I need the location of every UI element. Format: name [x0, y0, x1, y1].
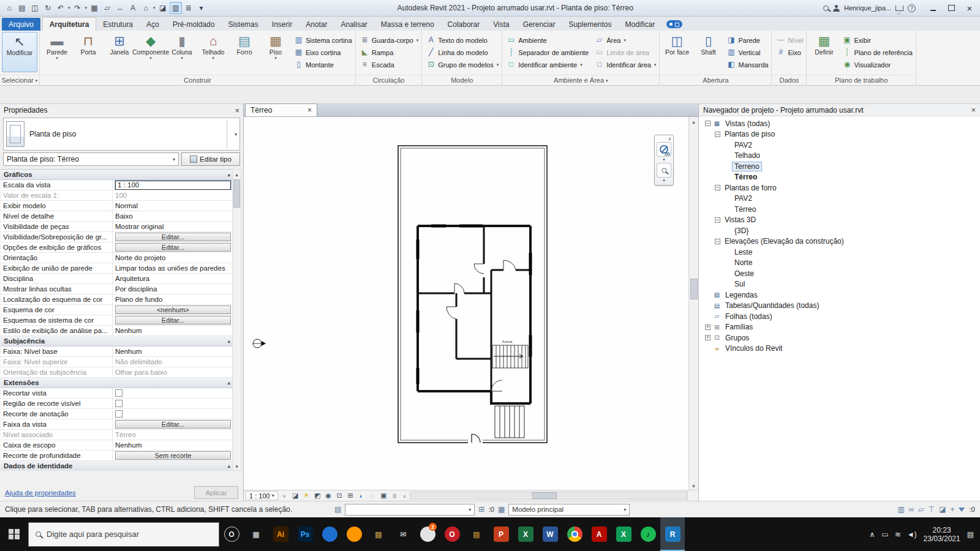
ribbon-tab-massa-e-terreno[interactable]: Massa e terreno: [374, 18, 441, 31]
taskbar-app-firefox[interactable]: [342, 517, 366, 551]
view-tab-close-icon[interactable]: [307, 106, 312, 114]
ribbon-tab-vista[interactable]: Vista: [486, 18, 516, 31]
ribbon-tab-analisar[interactable]: Analisar: [334, 18, 374, 31]
section-icon[interactable]: ◪: [157, 2, 169, 14]
taskbar-app-powerpoint[interactable]: P: [489, 517, 513, 551]
taskbar-app-illustrator[interactable]: Ai: [268, 517, 293, 551]
dropdown-arrow-icon[interactable]: ▾: [149, 56, 152, 60]
identificar-area-button[interactable]: □Identificar área▾: [595, 59, 656, 70]
maximize-button[interactable]: [942, 0, 960, 16]
definir-button[interactable]: ▦Definir: [809, 32, 839, 72]
design-options-icon[interactable]: ▦: [498, 505, 505, 514]
expand-box-icon[interactable]: +: [705, 324, 710, 330]
recorte-de-anotacao-checkbox[interactable]: [115, 410, 123, 418]
floor-plan[interactable]: Acima: [244, 117, 688, 490]
property-value[interactable]: <nenhum>: [113, 305, 233, 315]
taskbar-clock[interactable]: 20:23 23/03/2021: [924, 526, 960, 543]
dropdown-arrow-icon[interactable]: ▾: [654, 62, 657, 67]
ribbon-options-badge-icon[interactable]: [666, 20, 682, 28]
filter-icon[interactable]: [959, 508, 965, 512]
porta-button[interactable]: ⊓Porta: [73, 32, 104, 72]
taskbar-search[interactable]: Digite aqui para pesquisar: [28, 522, 219, 547]
reveal-hidden-elements-icon[interactable]: ◌: [368, 491, 378, 500]
tree-item-tabelas-quantidades-todas[interactable]: ▤Tabelas/Quantidades (todas): [699, 301, 980, 312]
tree-item-3d[interactable]: {3D}: [699, 225, 980, 236]
window-marks[interactable]: [418, 226, 530, 384]
detail-level-icon[interactable]: ▫: [279, 491, 290, 500]
view-tab-terreo[interactable]: Térreo: [245, 103, 317, 116]
undo-icon[interactable]: ↶: [55, 2, 67, 14]
janela-button[interactable]: ⊞Janela: [104, 32, 135, 72]
default-3d-view-icon-arrow[interactable]: ▾: [153, 6, 156, 10]
select-links-icon[interactable]: ∞: [909, 505, 914, 514]
collapse-box-icon[interactable]: −: [705, 121, 710, 126]
search-icon[interactable]: [823, 6, 829, 11]
ribbon-group-label[interactable]: Ambiente e Área▾: [502, 75, 659, 85]
expand-box-icon[interactable]: +: [705, 335, 710, 340]
user-name[interactable]: Henrique_jipa...: [844, 4, 891, 12]
area-button[interactable]: ▱Área▾: [595, 35, 656, 45]
shadows-icon[interactable]: ◩: [312, 491, 323, 500]
temporary-view-properties-icon[interactable]: ▣: [379, 491, 389, 500]
modificar-button[interactable]: ↖Modificar: [2, 32, 37, 72]
taskbar-app-sheets[interactable]: X: [611, 517, 636, 551]
zoom-button[interactable]: [657, 163, 671, 178]
ribbon-tab-modificar[interactable]: Modificar: [618, 18, 662, 31]
worksharing-display-icon[interactable]: ▥: [897, 505, 904, 514]
taskbar-app-mail[interactable]: ✉: [391, 517, 415, 551]
regiao-de-recorte-visivel-checkbox[interactable]: [115, 400, 123, 407]
edit-type-button[interactable]: Editar tipo: [181, 152, 240, 166]
entry-steps[interactable]: [495, 406, 524, 438]
properties-close-icon[interactable]: [235, 106, 239, 115]
faixa-da-vista-button[interactable]: Editar...: [115, 420, 231, 429]
eixo-button[interactable]: #Eixo: [776, 47, 803, 58]
properties-help-link[interactable]: Ajuda de propriedades: [5, 489, 76, 497]
escada-button[interactable]: ≡Escada: [360, 59, 418, 70]
taskbar-app-excel[interactable]: X: [513, 517, 538, 551]
plano-de-referencia-button[interactable]: ┊Plano de referência: [842, 47, 912, 58]
tree-item-telhado[interactable]: Telhado: [699, 151, 980, 162]
property-value[interactable]: Editar...: [113, 232, 233, 242]
show-crop-region-icon[interactable]: ⊞: [345, 491, 356, 500]
guarda-corpo-button[interactable]: ≣Guarda-corpo▾: [360, 35, 418, 45]
escala-da-vista-input[interactable]: 1 : 100: [115, 181, 231, 190]
visibility-icon[interactable]: ▥: [170, 2, 182, 14]
app-home-icon[interactable]: ⌂: [3, 2, 15, 14]
view-scale-button[interactable]: 1 : 100: [246, 491, 278, 500]
linha-do-modelo-button[interactable]: ╱Linha do modelo: [426, 47, 499, 58]
taskbar-app-chrome[interactable]: [562, 517, 587, 551]
worksets-dropdown[interactable]: [345, 504, 475, 515]
mansarda-button[interactable]: ◧Mansarda: [726, 59, 768, 70]
property-value[interactable]: [113, 409, 233, 419]
ribbon-tab-pre-moldado[interactable]: Pré-moldado: [166, 18, 222, 31]
ribbon-tab-gerenciar[interactable]: Gerenciar: [516, 18, 562, 31]
tree-item-vinculos-do-revit[interactable]: ∞Vínculos do Revit: [699, 343, 980, 354]
crop-view-icon[interactable]: ⊡: [334, 491, 345, 500]
nivel-button[interactable]: ―Nível: [776, 35, 803, 45]
ribbon-group-label[interactable]: Selecionar▾: [0, 75, 39, 85]
tree-item-plantas-de-forro[interactable]: −Plantas de forro: [699, 182, 980, 193]
taskbar-app-opera[interactable]: O: [440, 517, 464, 551]
tree-item-elevacoes-elevacao-da-construcao[interactable]: −Elevações (Elevação da construção): [699, 236, 980, 247]
navbar-close-icon[interactable]: [668, 137, 673, 141]
group-dropdown-arrow-icon[interactable]: ▾: [606, 78, 608, 83]
entry-door[interactable]: [468, 434, 483, 444]
tree-item-familias[interactable]: +⊞Famílias: [699, 322, 980, 333]
identificar-ambiente-button[interactable]: □Identificar ambiente▾: [507, 59, 589, 70]
exterior-walls[interactable]: [418, 226, 530, 403]
dropdown-arrow-icon[interactable]: ▾: [624, 38, 626, 42]
open-icon[interactable]: ▤: [16, 2, 28, 14]
text-note-icon[interactable]: A: [127, 2, 139, 14]
taskbar-app-revit[interactable]: R: [660, 517, 685, 551]
view-filter-dropdown[interactable]: Planta de piso: Térreo: [3, 152, 179, 166]
properties-scrollbar[interactable]: [232, 169, 241, 471]
steering-wheel-button[interactable]: 2D: [657, 142, 671, 157]
redo-icon-arrow[interactable]: ▾: [85, 6, 88, 10]
visibilidade-sobreposicao-de-gr-button[interactable]: Editar...: [115, 233, 231, 241]
dropdown-arrow-icon[interactable]: ▾: [274, 56, 277, 60]
user-icon[interactable]: [833, 5, 840, 12]
tree-item-pav2[interactable]: PAV2: [699, 193, 980, 204]
horizontal-scrollbar[interactable]: [410, 492, 688, 500]
tree-item-terreo[interactable]: Térreo: [699, 204, 980, 215]
taskbar-app-cortana[interactable]: O: [219, 517, 244, 551]
